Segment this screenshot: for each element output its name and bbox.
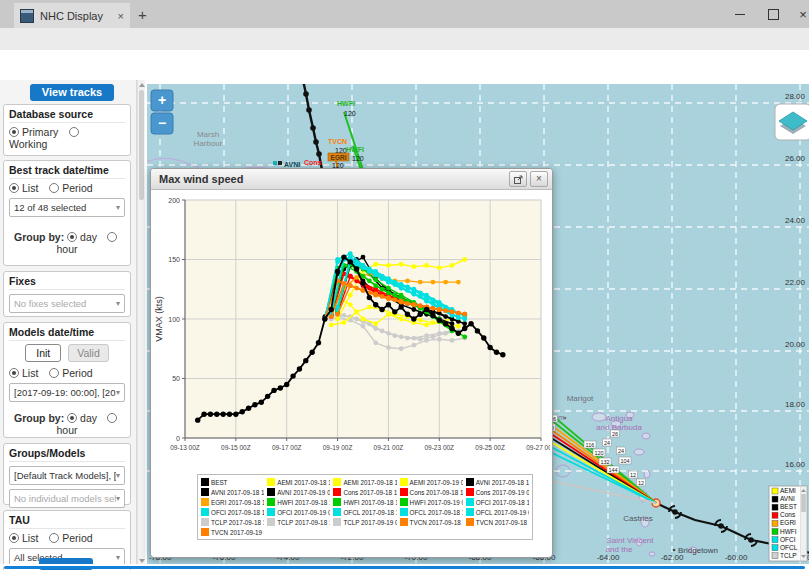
legend-series-label: Cons 2017-09-18 18:00 bbox=[410, 489, 463, 496]
chart-legend-item: AVNI 2017-09-18 18:00 bbox=[201, 488, 264, 496]
series-marker bbox=[392, 293, 397, 298]
layers-control[interactable] bbox=[775, 104, 809, 140]
valid-button[interactable]: Valid bbox=[68, 344, 109, 362]
scroll-up-icon[interactable] bbox=[139, 83, 145, 87]
new-tab-button[interactable]: + bbox=[138, 6, 147, 23]
legend-chip bbox=[267, 478, 275, 486]
legend-chip bbox=[201, 528, 209, 536]
legend-model-name: EGRI bbox=[780, 519, 796, 526]
legend-chip bbox=[333, 478, 341, 486]
series-marker bbox=[342, 313, 347, 318]
series-marker bbox=[418, 312, 423, 317]
series-marker bbox=[462, 317, 467, 322]
popout-icon bbox=[514, 175, 523, 184]
legend-series-label: AEMI 2017-09-18 18:00 bbox=[343, 479, 396, 486]
latitude-label: 22.00 bbox=[785, 278, 806, 287]
dialog-header[interactable]: Max wind speed × bbox=[151, 169, 552, 190]
track-point-label: EGRI bbox=[331, 154, 347, 161]
series-marker bbox=[399, 299, 404, 304]
best-track-period-radio[interactable] bbox=[49, 183, 59, 193]
zoom-in-button[interactable]: + bbox=[158, 92, 166, 108]
models-hour-radio[interactable] bbox=[107, 413, 117, 423]
series-marker bbox=[386, 286, 391, 291]
tab-close-icon[interactable]: × bbox=[118, 10, 124, 22]
chart-legend-item: OFCL 2017-09-19 00:00 bbox=[466, 508, 529, 516]
fixes-select[interactable]: No fixes selected ▾ bbox=[9, 294, 125, 313]
series-marker bbox=[418, 337, 423, 342]
series-marker bbox=[399, 293, 404, 298]
series-marker bbox=[450, 309, 455, 314]
tau-label: 116 bbox=[586, 442, 595, 448]
max-wind-speed-dialog[interactable]: Max wind speed × 09-13 00Z09-15 00Z09-17… bbox=[150, 168, 553, 558]
legend-series-label: OFCI 2017-09-18 12:00 bbox=[476, 499, 529, 506]
chart-legend-item: OFCL 2017-09-18 12:00 bbox=[333, 508, 396, 516]
chart-legend-item: AVNI 2017-09-19 00:00 bbox=[267, 488, 330, 496]
x-tick-label: 09-15 00Z bbox=[221, 444, 251, 451]
best-track-select[interactable]: 12 of 48 selected ▾ bbox=[9, 198, 125, 217]
window-maximize-button[interactable] bbox=[758, 0, 788, 28]
window-minimize-button[interactable] bbox=[725, 0, 755, 28]
groups-select[interactable]: [Default Track Models], [G... ▾ bbox=[9, 466, 125, 485]
series-marker bbox=[322, 316, 327, 321]
caret-down-icon: ▾ bbox=[116, 299, 120, 308]
series-marker bbox=[456, 280, 461, 285]
zoom-out-button[interactable]: − bbox=[158, 115, 166, 131]
legend-series-label: TCLP 2017-09-18 12:00 bbox=[211, 519, 264, 526]
caret-down-icon: ▾ bbox=[116, 494, 120, 503]
series-marker bbox=[379, 307, 384, 312]
series-marker bbox=[424, 263, 429, 268]
legend-series-label: BEST bbox=[211, 479, 227, 486]
scrollbar-thumb[interactable] bbox=[139, 90, 144, 200]
series-marker bbox=[335, 259, 340, 264]
series-marker bbox=[386, 280, 391, 285]
map-model-legend[interactable]: AEMIAVNIBESTConsEGRIHWFIOFCIOFCLTCLP bbox=[769, 486, 807, 561]
legend-chip bbox=[466, 518, 474, 526]
models-datetime-select[interactable]: [2017-09-19: 00:00], [20... ▾ bbox=[9, 383, 125, 402]
map-place-label: Bridgetown bbox=[678, 546, 718, 555]
series-marker bbox=[354, 309, 359, 314]
working-radio-label: Working bbox=[9, 138, 47, 150]
dialog-popout-button[interactable] bbox=[509, 171, 527, 187]
legend-chip bbox=[400, 478, 408, 486]
legend-chip bbox=[772, 504, 778, 510]
dialog-close-button[interactable]: × bbox=[530, 171, 548, 187]
scrollbar-thumb[interactable] bbox=[801, 494, 806, 512]
tau-period-radio[interactable] bbox=[49, 533, 59, 543]
individual-models-select[interactable]: No individual models selec... ▾ bbox=[9, 489, 125, 508]
y-axis-title: VMAX (kts) bbox=[154, 296, 164, 342]
models-period-radio[interactable] bbox=[49, 368, 59, 378]
models-list-radio[interactable] bbox=[9, 368, 19, 378]
chart-legend-item: OFCI 2017-09-19 00:00 bbox=[267, 508, 330, 516]
primary-radio[interactable] bbox=[9, 127, 19, 137]
series-marker bbox=[411, 307, 416, 312]
series-marker bbox=[348, 274, 353, 279]
series-marker bbox=[437, 307, 442, 312]
sidebar-scrollbar[interactable] bbox=[137, 80, 145, 566]
series-marker bbox=[392, 309, 397, 314]
legend-chip bbox=[400, 518, 408, 526]
best-track-hour-radio[interactable] bbox=[107, 232, 117, 242]
init-button[interactable]: Init bbox=[25, 344, 61, 362]
working-radio[interactable] bbox=[69, 127, 79, 137]
legend-chip bbox=[466, 478, 474, 486]
series-marker bbox=[380, 287, 385, 292]
tau-list-radio[interactable] bbox=[9, 533, 19, 543]
window-close-button[interactable]: × bbox=[788, 0, 809, 28]
best-track-list-radio[interactable] bbox=[9, 183, 19, 193]
legend-chip bbox=[772, 553, 778, 559]
view-tracks-button[interactable]: View tracks bbox=[30, 84, 114, 101]
best-track-day-radio[interactable] bbox=[67, 232, 77, 242]
legend-series-label: EGRI 2017-09-18 18:00 bbox=[211, 499, 264, 506]
legend-chip bbox=[267, 518, 275, 526]
browser-tab[interactable]: NHC Display × bbox=[14, 3, 130, 28]
series-marker bbox=[475, 328, 480, 333]
legend-chip bbox=[772, 512, 778, 518]
database-source-title: Database source bbox=[9, 108, 125, 123]
legend-model-name: HWFI bbox=[780, 528, 797, 535]
series-marker bbox=[411, 316, 416, 321]
series-marker bbox=[430, 313, 435, 318]
individual-models-select-value: No individual models selec... bbox=[14, 493, 116, 504]
scroll-down-icon[interactable] bbox=[139, 559, 145, 563]
models-day-radio[interactable] bbox=[67, 413, 77, 423]
series-marker bbox=[246, 406, 251, 411]
